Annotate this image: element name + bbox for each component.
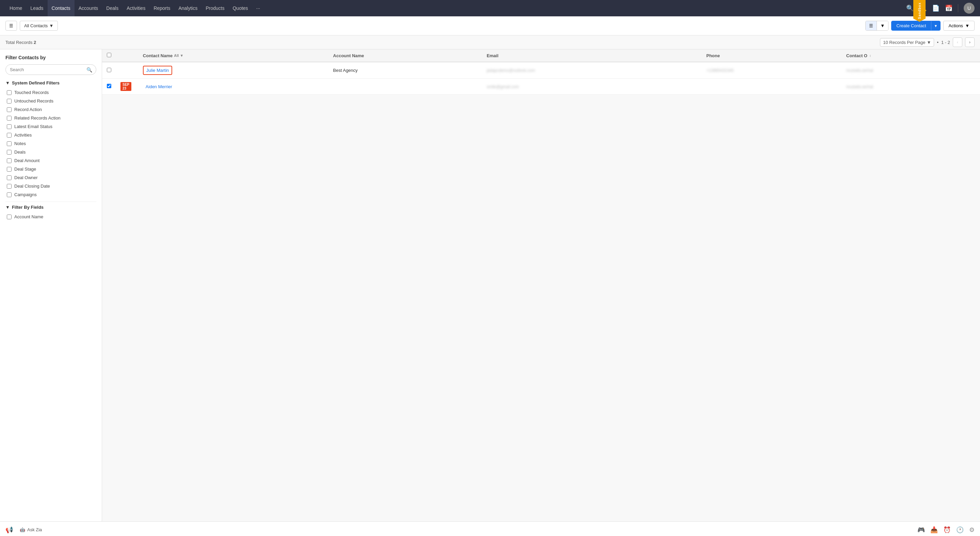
row-1-owner-cell: mustafa.serhat (842, 62, 980, 79)
collapse-icon: ▼ (5, 80, 10, 86)
filter-checkbox-notes[interactable] (7, 141, 11, 146)
filter-item-activities[interactable]: Activities (5, 131, 96, 139)
all-contacts-dropdown[interactable]: All Contacts ▼ (20, 21, 58, 31)
sort-icon[interactable]: ↕ (869, 54, 871, 57)
nav-item-accounts[interactable]: Accounts (75, 0, 102, 16)
actions-button[interactable]: Actions ▼ (943, 21, 975, 31)
filter-item-deal-owner[interactable]: Deal Owner (5, 173, 96, 182)
toolbar: ☰ All Contacts ▼ ☰ ▼ Create Contact ▼ Ac… (0, 16, 980, 35)
filter-checkbox-deal-closing-date[interactable] (7, 184, 11, 189)
create-contact-button[interactable]: Create Contact (891, 21, 931, 30)
filter-item-record-action[interactable]: Record Action (5, 105, 96, 114)
view-options-button[interactable]: ▼ (877, 21, 888, 30)
zia-icon: 🤖 (20, 527, 25, 532)
filter-checkbox-touched[interactable] (7, 90, 11, 95)
filter-item-latest-email-status[interactable]: Latest Email Status (5, 122, 96, 131)
row-1-contact-name-link[interactable]: Julie Martin (143, 66, 172, 75)
nav-item-deals[interactable]: Deals (102, 0, 123, 16)
announcement-icon[interactable]: 📢 (5, 526, 13, 534)
settings-icon[interactable]: ⚙ (969, 526, 975, 534)
filter-checkbox-deal-amount[interactable] (7, 158, 11, 163)
filter-checkbox-deals[interactable] (7, 150, 11, 155)
row-2-activity-cell: SEP 23 (116, 79, 138, 95)
filter-item-deal-amount[interactable]: Deal Amount (5, 156, 96, 165)
nav-item-more[interactable]: ··· (252, 0, 264, 16)
table-body: Julie Martin Best Agency jadapcdemo@outl… (102, 62, 980, 95)
col-header-phone[interactable]: Phone (702, 49, 842, 62)
filter-checkbox-untouched[interactable] (7, 99, 11, 104)
col-header-email[interactable]: Email (482, 49, 702, 62)
filter-item-campaigns[interactable]: Campaigns (5, 190, 96, 199)
chevron-down-icon: ▼ (880, 23, 885, 28)
contact-name-filter-icon[interactable]: All ▼ (174, 53, 183, 57)
row-1-phone-value: +13985432345 (706, 68, 733, 73)
filter-checkbox-campaigns[interactable] (7, 192, 11, 197)
row-2-contact-name-link[interactable]: Aiden Merrier (143, 83, 175, 91)
search-icon[interactable]: 🔍 (906, 5, 914, 12)
avatar[interactable]: U (964, 3, 975, 14)
status-bar: 📢 🤖 Ask Zia 🎮 📥 ⏰ 🕐 ⚙ (0, 522, 980, 536)
download-icon[interactable]: 📥 (930, 526, 938, 534)
filter-item-untouched-records[interactable]: Untouched Records (5, 97, 96, 105)
nav-item-products[interactable]: Products (202, 0, 228, 16)
row-2-checkbox-cell[interactable] (102, 79, 116, 95)
calendar-icon[interactable]: 📅 (945, 5, 953, 12)
top-nav: Home Leads Contacts Accounts Deals Activ… (0, 0, 980, 16)
row-2-checkbox[interactable] (107, 84, 111, 88)
filter-checkbox-email-status[interactable] (7, 124, 11, 129)
list-icon: ☰ (869, 23, 873, 28)
filter-item-touched-records[interactable]: Touched Records (5, 88, 96, 97)
table-header-row: Contact Name All ▼ Account Name Email Ph… (102, 49, 980, 62)
contacts-table: Contact Name All ▼ Account Name Email Ph… (102, 49, 980, 95)
row-2-email-cell: smile@gmail.com (482, 79, 702, 95)
filter-checkbox-deal-owner[interactable] (7, 175, 11, 180)
select-all-header[interactable] (102, 49, 116, 62)
system-filters-section[interactable]: ▼ System Defined Filters (5, 80, 96, 86)
filter-item-deals[interactable]: Deals (5, 148, 96, 156)
row-2-contact-name-cell[interactable]: Aiden Merrier (138, 79, 328, 95)
filter-toggle-button[interactable]: ☰ (5, 21, 17, 31)
gamepad-icon[interactable]: 🎮 (917, 526, 925, 534)
filter-checkbox-deal-stage[interactable] (7, 167, 11, 172)
row-1-checkbox[interactable] (107, 68, 111, 72)
filter-item-deal-stage[interactable]: Deal Stage (5, 165, 96, 173)
filter-checkbox-record-action[interactable] (7, 107, 11, 112)
filter-search-input[interactable] (5, 64, 96, 75)
nav-item-contacts[interactable]: Contacts (48, 0, 75, 16)
filter-checkbox-activities[interactable] (7, 133, 11, 137)
compose-icon[interactable]: 📄 (932, 5, 940, 12)
filter-checkbox-account-name[interactable] (7, 215, 11, 219)
per-page-select[interactable]: 10 Records Per Page ▼ (880, 38, 934, 47)
row-2-account-name-cell (328, 79, 482, 95)
create-contact-dropdown-button[interactable]: ▼ (931, 21, 940, 30)
pagination-prev-button[interactable]: ‹ (953, 37, 962, 47)
total-records-label: Total Records 2 (5, 40, 36, 45)
row-1-contact-name-cell[interactable]: Julie Martin (138, 62, 328, 79)
select-all-checkbox[interactable] (107, 53, 111, 57)
nav-item-analytics[interactable]: Analytics (174, 0, 202, 16)
list-view-button[interactable]: ☰ (865, 21, 877, 30)
filter-item-related-records-action[interactable]: Related Records Action (5, 114, 96, 122)
row-1-checkbox-cell[interactable] (102, 62, 116, 79)
table-row: Julie Martin Best Agency jadapcdemo@outl… (102, 62, 980, 79)
col-header-contact-name[interactable]: Contact Name All ▼ (138, 49, 328, 62)
create-contact-split-button: Create Contact ▼ (891, 21, 940, 31)
filter-item-notes[interactable]: Notes (5, 139, 96, 148)
nav-item-home[interactable]: Home (5, 0, 26, 16)
ask-zia-button[interactable]: 🤖 Ask Zia (20, 527, 42, 532)
nav-item-reports[interactable]: Reports (150, 0, 174, 16)
col-header-account-name[interactable]: Account Name (328, 49, 482, 62)
filter-item-deal-closing-date[interactable]: Deal Closing Date (5, 182, 96, 190)
field-filters-section[interactable]: ▼ Filter By Fields (5, 205, 96, 210)
filter-checkbox-related-records[interactable] (7, 116, 11, 121)
nav-item-leads[interactable]: Leads (26, 0, 47, 16)
history-icon[interactable]: 🕐 (956, 526, 964, 534)
alarm-icon[interactable]: ⏰ (943, 526, 951, 534)
col-header-contact-owner[interactable]: Contact O ↕ (842, 49, 980, 62)
nav-item-quotes[interactable]: Quotes (229, 0, 252, 16)
col-header-activity (116, 49, 138, 62)
nav-item-activities[interactable]: Activities (123, 0, 150, 16)
all-contacts-label: All Contacts (24, 23, 48, 28)
pagination-next-button[interactable]: › (965, 37, 975, 47)
filter-item-account-name[interactable]: Account Name (5, 212, 96, 221)
